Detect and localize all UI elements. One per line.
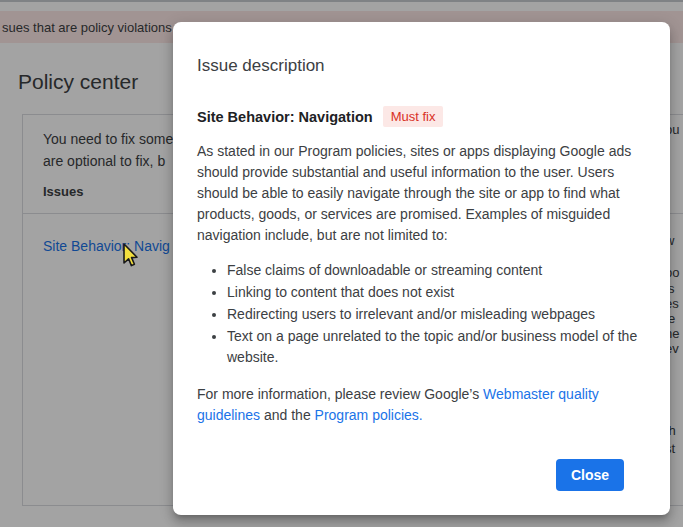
dialog-title: Issue description bbox=[197, 56, 646, 76]
issue-description-dialog: Issue description Site Behavior: Navigat… bbox=[173, 22, 670, 515]
list-item: Text on a page unrelated to the topic an… bbox=[227, 326, 646, 368]
must-fix-badge: Must fix bbox=[383, 106, 444, 127]
list-item: Linking to content that does not exist bbox=[227, 282, 646, 303]
issue-description-text: As stated in our Program policies, sites… bbox=[197, 141, 646, 246]
misguided-navigation-examples-list: False claims of downloadable or streamin… bbox=[197, 260, 646, 368]
dialog-button-row: Close bbox=[197, 459, 646, 491]
footer-prefix: For more information, please review Goog… bbox=[197, 386, 483, 402]
close-button[interactable]: Close bbox=[556, 459, 624, 491]
issue-heading: Site Behavior: Navigation Must fix bbox=[197, 106, 646, 127]
program-policies-link[interactable]: Program policies. bbox=[315, 407, 423, 423]
issue-name: Site Behavior: Navigation bbox=[197, 109, 373, 125]
footer-middle: and the bbox=[260, 407, 315, 423]
list-item: Redirecting users to irrelevant and/or m… bbox=[227, 304, 646, 325]
list-item: False claims of downloadable or streamin… bbox=[227, 260, 646, 281]
more-information-text: For more information, please review Goog… bbox=[197, 384, 646, 426]
dialog-body: As stated in our Program policies, sites… bbox=[197, 127, 646, 440]
